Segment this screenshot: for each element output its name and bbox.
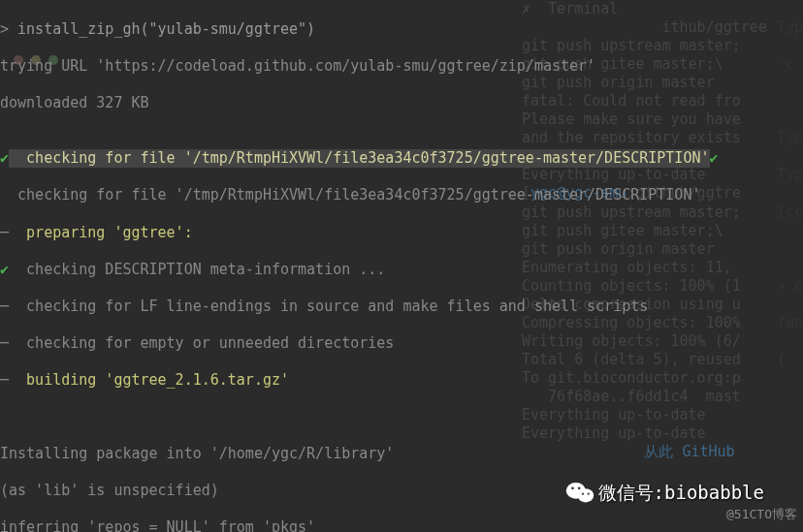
highlighted-path: checking for file '/tmp/RtmpHiXVWl/file3… <box>9 149 709 168</box>
dash-icon: ─ <box>0 334 9 352</box>
svg-point-5 <box>587 493 589 495</box>
wechat-label: 微信号:biobabble <box>598 481 764 504</box>
check-icon: ✔ <box>710 149 719 167</box>
output-line: Installing package into '/home/ygc/R/lib… <box>0 445 803 463</box>
svg-point-2 <box>571 487 574 490</box>
check-icon: ✔ <box>0 261 9 278</box>
output-line: checking for empty or unneeded directori… <box>9 334 394 352</box>
cto-watermark: @51CTO博客 <box>726 507 797 523</box>
check-icon: ✔ <box>0 149 9 167</box>
output-line: preparing 'ggtree': <box>9 224 193 241</box>
dash-icon: ─ <box>0 297 9 315</box>
output-line: trying URL 'https://codeload.github.com/… <box>0 57 803 76</box>
svg-point-1 <box>577 488 594 502</box>
output-line: checking for file '/tmp/RtmpHiXVWl/file3… <box>0 186 803 204</box>
command-text: install_zip_gh("yulab-smu/ggtree") <box>17 20 315 38</box>
output-line: checking DESCRIPTION meta-information ..… <box>9 261 385 278</box>
output-line <box>0 408 803 426</box>
dash-icon: ─ <box>0 224 9 241</box>
r-prompt: > <box>0 20 17 38</box>
dash-icon: ─ <box>0 371 9 389</box>
output-line: downloaded 327 KB <box>0 94 803 112</box>
output-line: building 'ggtree_2.1.6.tar.gz' <box>9 371 289 389</box>
svg-point-3 <box>577 487 580 490</box>
output-line: inferring 'repos = NULL' from 'pkgs' <box>0 518 803 532</box>
wechat-watermark: 微信号:biobabble <box>565 480 764 505</box>
wechat-icon <box>565 480 594 505</box>
svg-point-4 <box>581 493 583 495</box>
main-terminal[interactable]: > install_zip_gh("yulab-smu/ggtree") try… <box>0 0 803 532</box>
output-line: checking for LF line-endings in source a… <box>9 297 648 315</box>
